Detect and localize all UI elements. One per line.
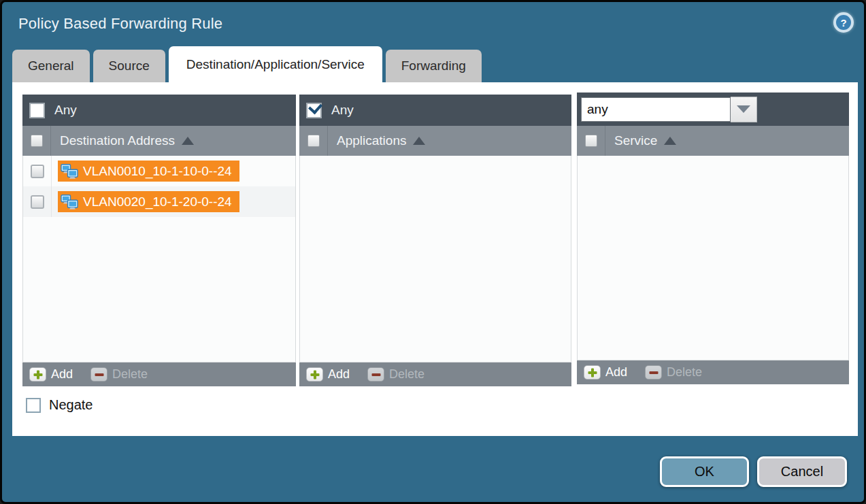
tab-general[interactable]: General: [12, 50, 90, 82]
sort-ascending-icon: [182, 137, 194, 145]
sort-ascending-icon: [413, 137, 425, 145]
destination-any-row: Any: [22, 95, 296, 126]
table-row: VLAN0010_10-1-10-0--24: [23, 156, 295, 186]
cancel-button[interactable]: Cancel: [757, 456, 847, 487]
applications-select-all-checkbox[interactable]: [307, 135, 320, 147]
chevron-down-icon: [737, 105, 750, 113]
destination-list: VLAN0010_10-1-10-0--24: [22, 156, 296, 363]
service-toolbar: Add Delete: [577, 360, 849, 384]
network-computers-icon: [61, 164, 78, 179]
applications-column-label: Applications: [337, 133, 406, 148]
delete-icon: [367, 367, 384, 382]
tab-forwarding[interactable]: Forwarding: [386, 50, 482, 82]
add-button[interactable]: Add: [306, 367, 350, 382]
service-dropdown-row: any: [577, 93, 849, 126]
table-row: VLAN0020_10-1-20-0--24: [23, 186, 295, 217]
policy-based-forwarding-rule-dialog: Policy Based Forwarding Rule ? General S…: [0, 0, 866, 504]
destination-column-header[interactable]: Destination Address: [22, 126, 296, 156]
address-label: VLAN0020_10-1-20-0--24: [83, 195, 232, 209]
applications-toolbar: Add Delete: [299, 363, 571, 386]
add-icon: [29, 367, 46, 382]
tab-content: Any Destination Address: [12, 82, 858, 436]
service-dropdown[interactable]: any: [581, 97, 757, 122]
negate-label: Negate: [49, 397, 93, 413]
destination-address-panel: Any Destination Address: [22, 95, 296, 386]
applications-list: [299, 156, 571, 363]
service-column-header[interactable]: Service: [577, 126, 849, 156]
add-icon: [584, 365, 601, 380]
add-button[interactable]: Add: [584, 365, 627, 380]
delete-icon: [645, 365, 662, 380]
destination-select-all-checkbox[interactable]: [31, 135, 43, 147]
destination-toolbar: Add Delete: [22, 363, 296, 386]
address-label: VLAN0010_10-1-10-0--24: [83, 164, 232, 179]
dialog-title: Policy Based Forwarding Rule: [18, 15, 222, 33]
destination-any-checkbox[interactable]: [29, 103, 45, 118]
row-checkbox[interactable]: [31, 195, 44, 209]
help-icon[interactable]: ?: [833, 12, 854, 33]
address-chip[interactable]: VLAN0020_10-1-20-0--24: [58, 191, 239, 212]
delete-button[interactable]: Delete: [90, 367, 148, 382]
applications-panel: Any Applications Add Delete: [299, 95, 571, 386]
delete-button[interactable]: Delete: [645, 365, 702, 380]
service-select-all-checkbox[interactable]: [585, 135, 597, 147]
tab-destination-application-service[interactable]: Destination/Application/Service: [169, 46, 382, 82]
service-list: [577, 156, 849, 360]
destination-any-label: Any: [54, 103, 77, 118]
delete-icon: [90, 367, 107, 382]
applications-any-checkbox[interactable]: [306, 103, 322, 118]
applications-any-label: Any: [331, 103, 354, 118]
service-column-label: Service: [614, 133, 657, 148]
applications-column-header[interactable]: Applications: [299, 126, 571, 156]
add-icon: [306, 367, 323, 382]
negate-checkbox[interactable]: [26, 398, 41, 413]
applications-any-row: Any: [299, 95, 571, 126]
address-chip[interactable]: VLAN0010_10-1-10-0--24: [58, 161, 239, 182]
service-dropdown-button[interactable]: [731, 97, 757, 122]
delete-button[interactable]: Delete: [367, 367, 424, 382]
service-panel: any Service Add Delete: [577, 93, 849, 384]
row-checkbox[interactable]: [31, 165, 44, 178]
ok-button[interactable]: OK: [660, 456, 749, 487]
negate-option: Negate: [26, 397, 93, 413]
destination-column-label: Destination Address: [60, 133, 175, 148]
service-dropdown-value[interactable]: any: [581, 97, 731, 122]
tab-source[interactable]: Source: [93, 50, 165, 82]
add-button[interactable]: Add: [29, 367, 73, 382]
sort-ascending-icon: [664, 137, 676, 145]
tab-bar: General Source Destination/Application/S…: [12, 46, 485, 82]
network-computers-icon: [61, 195, 78, 209]
